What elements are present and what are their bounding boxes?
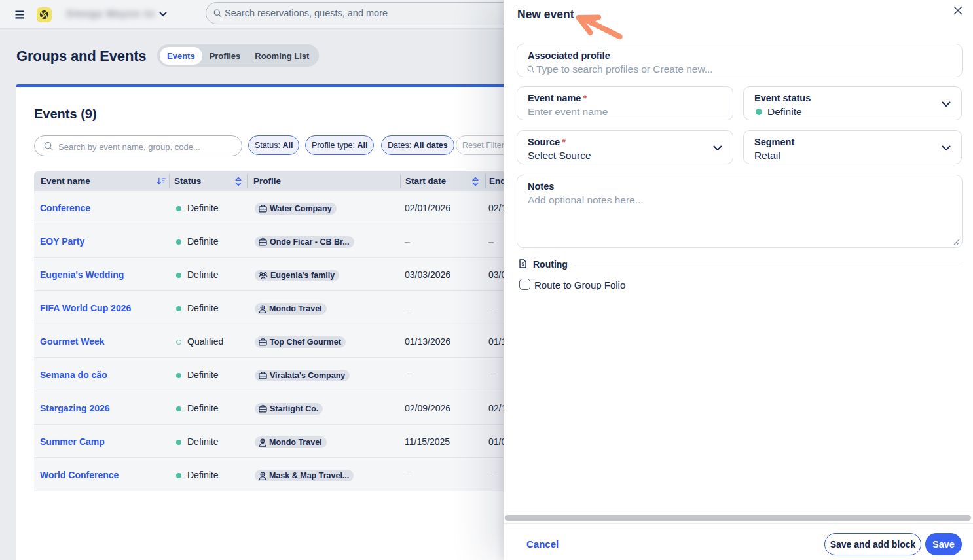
svg-text:$: $ [522,262,524,267]
